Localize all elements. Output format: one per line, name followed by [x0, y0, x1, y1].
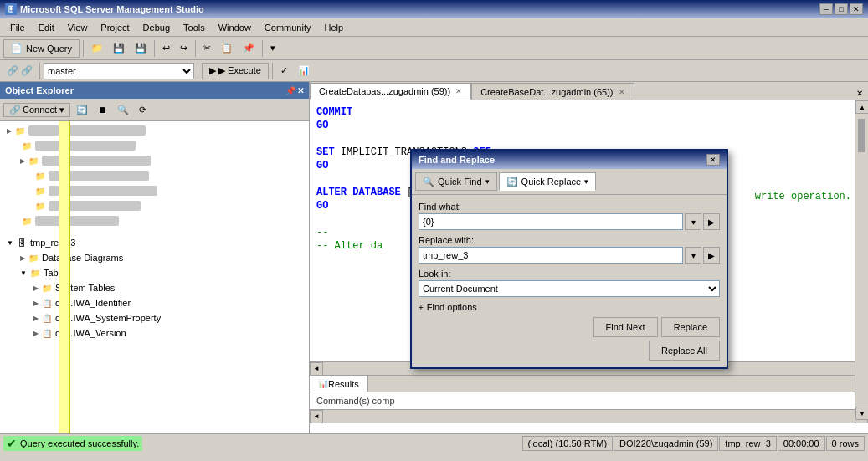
minimize-button[interactable]: ─ — [819, 3, 833, 15]
scroll-up-button[interactable]: ▲ — [855, 100, 868, 114]
tab-close-1[interactable]: ✕ — [455, 87, 462, 95]
tree-item-db-diagrams[interactable]: ▶ 📁 Database Diagrams — [3, 250, 306, 265]
find-what-more[interactable]: ▶ — [703, 213, 720, 230]
tree-label-iwa-sys: dbo.IWA_SystemProperty — [55, 313, 161, 323]
oe-stop-button[interactable]: ⏹ — [94, 100, 111, 119]
tree-item-sys-tables[interactable]: ▶ 📁 System Tables — [3, 280, 306, 295]
find-what-label: Find what: — [419, 202, 720, 212]
tree-item-blurred-3[interactable]: ▶ 📁 xxxxxxxxxxxxxxxxxx — [3, 153, 306, 168]
tree-item-blurred-1[interactable]: ▶ 📁 xxxxxxxxxxxxxxxx — [3, 123, 306, 138]
menu-project[interactable]: Project — [94, 21, 136, 34]
status-rows-text: 0 rows — [832, 438, 859, 448]
oe-sync-button[interactable]: ⟳ — [135, 100, 151, 119]
find-what-input[interactable] — [419, 213, 683, 230]
connect-button[interactable]: 🔗 Connect ▾ — [3, 103, 70, 117]
cut-button[interactable]: ✂ — [199, 39, 215, 58]
quick-find-label: Quick Find — [438, 177, 482, 187]
tree-item-blurred-2[interactable]: 📁 xxxxxxxxxxxxxxxx — [3, 138, 306, 153]
tree-item-iwa-id[interactable]: ▶ 📋 dbo.IWA_Identifier — [3, 295, 306, 310]
tab-label-results: Results — [328, 379, 359, 389]
tree-item-blurred-4[interactable]: 📁 xxxxxxxxxxxxxxxx — [3, 168, 306, 183]
tab-create-base[interactable]: CreateBaseDat...zugadmin (65)) ✕ — [471, 83, 634, 100]
close-all-tabs-button[interactable]: ✕ — [851, 87, 868, 100]
new-query-button[interactable]: 📄 New Query — [3, 39, 80, 58]
replace-with-more[interactable]: ▶ — [703, 247, 720, 264]
execute-label: ▶ Execute — [218, 65, 261, 76]
undo-button[interactable]: ↩ — [158, 39, 174, 58]
tree-item-iwa-ver[interactable]: ▶ 📋 dbo.IWA_Version — [3, 325, 306, 341]
table-icon-1: 📋 — [40, 296, 54, 310]
copy-button[interactable]: 📋 — [217, 39, 237, 58]
menu-file[interactable]: File — [3, 21, 32, 34]
tab-results[interactable]: 📊 Results — [310, 376, 368, 392]
find-replace-dialog: Find and Replace ✕ 🔍 Quick Find ▾ 🔄 Quic… — [410, 149, 728, 369]
find-next-button[interactable]: Find Next — [593, 317, 658, 337]
menu-window[interactable]: Window — [212, 21, 258, 34]
app-title: Microsoft SQL Server Management Studio — [20, 4, 204, 14]
replace-with-dropdown[interactable]: ▾ — [685, 247, 701, 264]
status-server: (local) (10.50 RTM) — [522, 436, 614, 451]
paste-button[interactable]: 📌 — [239, 39, 259, 58]
tree-item-blurred-5[interactable]: 📁 xxxxxxxxxxxxxxxxxx — [3, 183, 306, 198]
tree-item-iwa-sys[interactable]: ▶ 📋 dbo.IWA_SystemProperty — [3, 310, 306, 325]
quick-find-tab[interactable]: 🔍 Quick Find ▾ — [415, 172, 497, 191]
toolbar2-sep3 — [272, 63, 273, 79]
dialog-title-text: Find and Replace — [419, 155, 495, 165]
database-select[interactable]: master — [44, 63, 194, 79]
save-button[interactable]: 💾 — [109, 39, 129, 58]
results-scroll-left[interactable]: ◄ — [310, 410, 323, 423]
replace-with-input[interactable] — [419, 247, 683, 264]
tree-label-dbdiag: Database Diagrams — [42, 253, 123, 263]
close-button[interactable]: ✕ — [850, 3, 863, 15]
display-plan-button[interactable]: 📊 — [294, 62, 314, 80]
object-explorer-tree: ▶ 📁 xxxxxxxxxxxxxxxx 📁 xxxxxxxxxxxxxxxx … — [0, 121, 309, 433]
menu-debug[interactable]: Debug — [136, 21, 177, 34]
vertical-scrollbar[interactable]: ▲ ▼ — [855, 100, 868, 361]
oe-close-icon[interactable]: ✕ — [297, 86, 304, 95]
tree-item-blurred-6[interactable]: 📁 xxxxxxxxxxxxxxxx — [3, 198, 306, 213]
menu-community[interactable]: Community — [258, 21, 318, 34]
quick-replace-tab[interactable]: 🔄 Quick Replace ▾ — [499, 172, 597, 191]
replace-all-button[interactable]: Replace All — [649, 341, 720, 361]
menu-edit[interactable]: Edit — [32, 21, 61, 34]
tab-label-2: CreateBaseDat...zugadmin (65)) — [480, 87, 613, 97]
quick-find-arrow: ▾ — [485, 177, 490, 186]
dialog-close-button[interactable]: ✕ — [706, 154, 720, 166]
maximize-button[interactable]: □ — [835, 3, 848, 15]
yellow-bar — [59, 121, 70, 433]
query-toolbar: 🔗 🔗 master ▶ ▶ Execute ✓ 📊 — [0, 60, 868, 82]
oe-filter-button[interactable]: 🔍 — [113, 100, 133, 119]
folder-icon-tables: 📁 — [28, 266, 42, 279]
menu-bar: File Edit View Project Debug Tools Windo… — [0, 18, 868, 37]
more-button[interactable]: ▾ — [266, 39, 280, 58]
find-what-dropdown[interactable]: ▾ — [685, 213, 701, 230]
object-explorer-title: Object Explorer — [5, 85, 74, 95]
replace-with-row: Replace with: ▾ ▶ — [419, 235, 720, 264]
tab-create-db[interactable]: CreateDatabas...zugadmin (59)) ✕ — [310, 83, 471, 100]
redo-button[interactable]: ↪ — [176, 39, 192, 58]
tab-close-2[interactable]: ✕ — [619, 88, 625, 96]
oe-refresh-button[interactable]: 🔄 — [72, 100, 92, 119]
tree-item-tmp[interactable]: ▼ 🗄 tmp_rew_3 — [3, 235, 306, 250]
tree-item-blurred-7[interactable]: 📁 xxxxxxxxxxxxxxxx — [3, 213, 306, 228]
save-all-button[interactable]: 💾 — [131, 39, 151, 58]
tree-item-tables[interactable]: ▼ 📁 Tables — [3, 265, 306, 280]
find-options-row[interactable]: + Find options — [419, 302, 720, 312]
object-explorer: Object Explorer 📌 ✕ 🔗 Connect ▾ 🔄 ⏹ 🔍 ⟳ … — [0, 82, 310, 433]
look-in-select[interactable]: Current Document — [419, 280, 720, 297]
open-button[interactable]: 📁 — [87, 39, 107, 58]
replace-button[interactable]: Replace — [661, 317, 720, 337]
status-bar: ✔ Query executed successfully. (local) (… — [0, 433, 868, 452]
results-hscrollbar[interactable]: ◄ ► — [310, 409, 868, 423]
status-time-text: 00:00:00 — [783, 438, 819, 448]
menu-view[interactable]: View — [61, 21, 95, 34]
parse-button[interactable]: ✓ — [276, 62, 292, 80]
tab-label-1: CreateDatabas...zugadmin (59)) — [319, 86, 450, 96]
menu-tools[interactable]: Tools — [177, 21, 212, 34]
execute-button[interactable]: ▶ ▶ Execute — [202, 63, 269, 79]
table-icon-2: 📋 — [40, 311, 54, 325]
menu-help[interactable]: Help — [317, 21, 350, 34]
scroll-left-button[interactable]: ◄ — [310, 362, 323, 376]
find-what-input-row: ▾ ▶ — [419, 213, 720, 230]
oe-pin-icon[interactable]: 📌 — [285, 86, 295, 95]
